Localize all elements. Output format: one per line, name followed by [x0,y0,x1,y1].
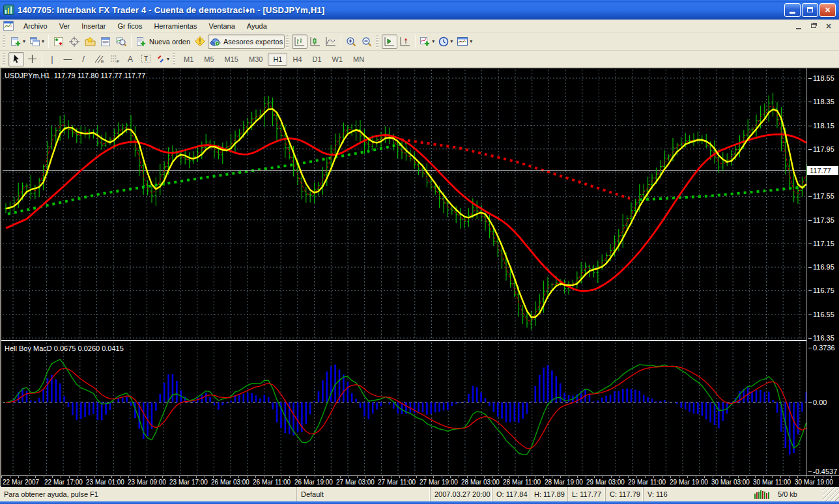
osc-tick-min: -0.4537 [808,468,837,475]
menu-item-gr-ficos[interactable]: Gr ficos [112,21,149,31]
zoom-out-button[interactable] [359,35,375,49]
expert-hat-icon [210,36,221,47]
indicator-canvas[interactable] [3,343,806,475]
application-window: 1407705: Interbank FX Trader 4 - Cuenta … [0,0,839,504]
mdi-minimize-button[interactable] [792,21,805,31]
menu-item-archivo[interactable]: Archivo [18,21,53,31]
market-watch-button[interactable] [51,35,66,49]
pane-splitter[interactable] [1,340,806,341]
price-tick: 117.15 [808,240,834,247]
menu-item-ventana[interactable]: Ventana [203,21,240,31]
bar-chart-button[interactable] [292,35,307,49]
text-tool[interactable]: A [122,52,138,66]
timeframe-h4[interactable]: H4 [287,53,307,66]
new-chart-button[interactable]: ▾ [8,35,27,49]
strategy-tester-button[interactable] [113,35,129,49]
zoom-in-button[interactable] [343,35,359,49]
chevron-down-icon: ▾ [23,38,25,44]
templates-button[interactable]: ▾ [455,35,474,49]
menu-item-insertar[interactable]: Insertar [76,21,111,31]
timeframe-m1[interactable]: M1 [178,53,199,66]
clock-icon [438,36,449,47]
time-label: 26 Mar 03:00 [211,479,249,486]
navigator-button[interactable] [82,35,98,49]
zoom-in-icon [346,36,357,47]
status-close: C: 117.79 [605,487,643,501]
time-label: 26 Mar 19:00 [294,479,333,486]
close-button[interactable]: × [819,3,836,17]
price-tick: 118.35 [808,98,834,105]
new-order-button[interactable]: Nueva orden [134,35,192,49]
status-bar-time: 2007.03.27 20:00 [430,487,492,501]
price-tick: 117.95 [808,145,834,153]
line-chart-button[interactable] [323,35,339,49]
tester-magnifier-icon [116,36,126,47]
timeframe-m15[interactable]: M15 [220,53,244,66]
menu-item-ayuda[interactable]: Ayuda [241,21,273,31]
timeframe-h1[interactable]: H1 [268,53,287,66]
resize-grip[interactable] [823,487,839,501]
new-order-icon [135,36,147,47]
chart-document-icon [3,21,14,31]
channel-tool[interactable]: E [91,52,107,66]
maximize-icon [807,7,813,12]
status-profile[interactable]: Default [296,487,430,501]
text-label-tool[interactable]: T [138,52,154,66]
data-window-button[interactable] [66,35,82,49]
time-label: 22 Mar 17:00 [44,479,83,486]
maximize-button[interactable] [802,3,818,17]
fibonacci-icon: F [109,54,120,64]
profiles-button[interactable]: ▾ [27,35,46,49]
mdi-close-button[interactable]: × [822,21,835,31]
candlestick-chart-button[interactable] [307,35,323,49]
timeframe-m5[interactable]: M5 [199,53,219,66]
indicators-button[interactable]: ▾ [418,35,436,49]
horizontal-line-tool[interactable]: — [60,52,76,66]
time-label: 28 Mar 19:00 [545,479,583,486]
timeframe-mn[interactable]: MN [348,53,369,66]
time-label: 29 Mar 03:00 [586,479,625,486]
time-label: 28 Mar 03:00 [461,479,500,486]
arrows-tool[interactable]: ▾ [154,52,171,66]
hline-icon: — [64,55,72,63]
time-axis[interactable]: 22 Mar 200722 Mar 17:0023 Mar 01:0023 Ma… [1,475,839,487]
timeframe-d1[interactable]: D1 [307,53,327,66]
cursor-arrow-icon [12,54,21,64]
osc-tick-zero: 0.00 [808,399,827,406]
expert-advisors-toggle[interactable]: Asesores expertos [208,35,285,49]
minimize-button[interactable] [784,3,801,17]
auto-scroll-icon [384,36,395,47]
chart-shift-button[interactable] [397,35,413,49]
vertical-line-tool[interactable]: | [44,52,60,66]
time-label: 26 Mar 11:00 [253,479,291,486]
timeframe-w1[interactable]: W1 [327,53,348,66]
connection-status [752,487,774,501]
time-label: 22 Mar 2007 [3,479,39,486]
minimize-icon [789,12,795,14]
time-label: 23 Mar 09:00 [128,479,166,486]
expert-alert-button[interactable]: ! [192,35,208,49]
connection-signal-icon [754,490,771,499]
toolbar-grip [286,35,289,48]
mdi-restore-button[interactable] [807,21,820,31]
auto-scroll-button[interactable] [382,35,397,49]
cursor-tool-button[interactable] [8,52,24,66]
timeframe-m30[interactable]: M30 [244,53,268,66]
main-chart-canvas[interactable] [3,70,806,340]
trendline-tool[interactable]: / [76,52,91,66]
price-axis[interactable]: 118.55118.35118.15117.95117.75117.55117.… [807,68,839,487]
terminal-button[interactable] [98,35,113,49]
text-label-icon: T [141,54,151,64]
vline-icon: | [51,55,53,63]
candlestick-icon [309,36,321,47]
menu-item-ver[interactable]: Ver [53,21,76,31]
price-tick: 117.55 [808,192,834,200]
warning-diamond-icon: ! [194,36,206,47]
chevron-down-icon: ▾ [167,56,169,62]
fibonacci-tool[interactable]: F [107,52,122,66]
toolbar-separator [341,35,341,48]
profiles-icon [29,36,40,47]
menu-item-herramientas[interactable]: Herramientas [148,21,203,31]
crosshair-tool-button[interactable] [24,52,40,66]
periods-button[interactable]: ▾ [436,35,455,49]
